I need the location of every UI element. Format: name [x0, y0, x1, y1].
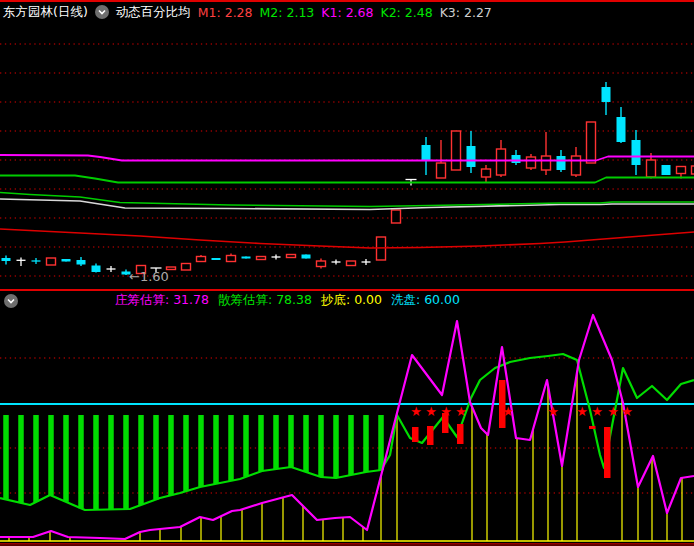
panel-gridlines: [0, 358, 694, 493]
indicator-value-k2: K2: 2.48: [380, 5, 432, 20]
svg-text:★: ★: [410, 404, 422, 419]
svg-text:★: ★: [502, 404, 514, 419]
svg-text:★: ★: [607, 404, 619, 419]
stock-chart-window: 东方园林(日线) 动态百分比均 M1: 2.28 M2: 2.13 K1: 2.…: [0, 0, 694, 546]
indicator-value-m2: M2: 2.13: [260, 5, 315, 20]
retail-chips-line: [0, 354, 694, 510]
main-chart-header: 东方园林(日线) 动态百分比均 M1: 2.28 M2: 2.13 K1: 2.…: [0, 2, 694, 22]
indicator-value-k1: K1: 2.68: [321, 5, 373, 20]
sub-value-xipan: 洗盘: 60.00: [391, 292, 460, 309]
svg-text:★: ★: [576, 404, 588, 419]
sub-indicator-header: 庄见哭优化 副 庄筹估算: 31.78 散筹估算: 78.38 抄底: 0.00…: [0, 291, 694, 310]
svg-text:★: ★: [455, 404, 467, 419]
price-annotation: ←1.60: [129, 269, 169, 284]
chart-canvas: ←1.60★★★★★★★★★★: [0, 0, 694, 546]
sub-value-sanchou: 散筹估算: 78.38: [218, 292, 312, 309]
svg-text:★: ★: [440, 404, 452, 419]
panel-axis: [0, 541, 694, 546]
indicator-value-k3: K3: 2.27: [440, 5, 492, 20]
stock-title: 东方园林(日线): [3, 4, 88, 21]
indicator-name[interactable]: 动态百分比均: [116, 4, 191, 21]
svg-text:★: ★: [425, 404, 437, 419]
chevron-down-icon[interactable]: [4, 294, 18, 308]
green-bars-layer: [6, 415, 381, 510]
sub-value-chaodi: 抄底: 0.00: [321, 292, 382, 309]
sub-indicator-name[interactable]: 庄见哭优化 副: [27, 292, 106, 309]
indicator-value-m1: M1: 2.28: [198, 5, 253, 20]
sub-value-zhuchou: 庄筹估算: 31.78: [115, 292, 209, 309]
svg-text:←1.60: ←1.60: [129, 269, 169, 284]
candles-layer: [2, 82, 694, 275]
ma-lines-layer: [0, 155, 694, 248]
svg-text:★: ★: [591, 404, 603, 419]
svg-text:★: ★: [547, 404, 559, 419]
chevron-down-icon[interactable]: [95, 5, 109, 19]
svg-text:★: ★: [621, 404, 633, 419]
buy-star-markers: ★★★★★★★★★★: [410, 404, 633, 419]
